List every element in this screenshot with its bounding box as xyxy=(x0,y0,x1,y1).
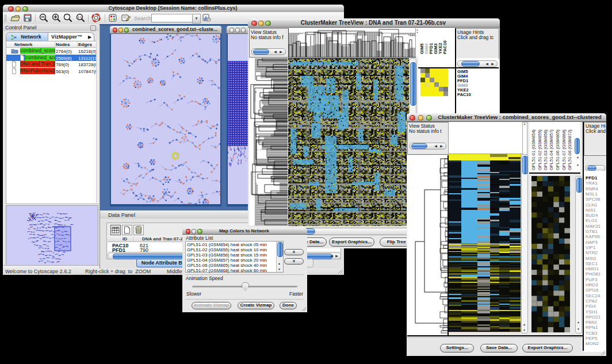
svg-text:1:1: 1:1 xyxy=(78,16,82,19)
